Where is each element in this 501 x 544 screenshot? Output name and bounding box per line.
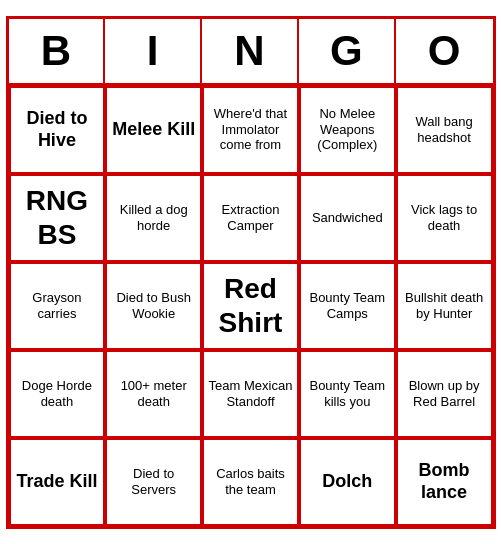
bingo-cell[interactable]: No Melee Weapons (Complex) — [299, 86, 396, 174]
bingo-cell[interactable]: Melee Kill — [105, 86, 202, 174]
bingo-cell[interactable]: Trade Kill — [9, 438, 106, 526]
bingo-cell[interactable]: Doge Horde death — [9, 350, 106, 438]
bingo-cell[interactable]: RNG BS — [9, 174, 106, 262]
bingo-cell[interactable]: Died to Servers — [105, 438, 202, 526]
bingo-cell[interactable]: Carlos baits the team — [202, 438, 299, 526]
bingo-cell[interactable]: Sandwiched — [299, 174, 396, 262]
letter-i: I — [105, 19, 202, 83]
bingo-cell[interactable]: Bounty Team kills you — [299, 350, 396, 438]
letter-n: N — [202, 19, 299, 83]
bingo-cell[interactable]: Bomb lance — [396, 438, 493, 526]
bingo-header: B I N G O — [9, 19, 493, 86]
bingo-grid: Died to HiveMelee KillWhere'd that Immol… — [9, 86, 493, 526]
bingo-cell[interactable]: Died to Bush Wookie — [105, 262, 202, 350]
bingo-card: B I N G O Died to HiveMelee KillWhere'd … — [6, 16, 496, 529]
bingo-cell[interactable]: Killed a dog horde — [105, 174, 202, 262]
bingo-cell[interactable]: Died to Hive — [9, 86, 106, 174]
bingo-cell[interactable]: Extraction Camper — [202, 174, 299, 262]
bingo-cell[interactable]: Dolch — [299, 438, 396, 526]
bingo-cell[interactable]: Where'd that Immolator come from — [202, 86, 299, 174]
bingo-cell[interactable]: Bounty Team Camps — [299, 262, 396, 350]
bingo-cell[interactable]: Vick lags to death — [396, 174, 493, 262]
bingo-cell[interactable]: Team Mexican Standoff — [202, 350, 299, 438]
bingo-cell[interactable]: Red Shirt — [202, 262, 299, 350]
letter-g: G — [299, 19, 396, 83]
bingo-cell[interactable]: Grayson carries — [9, 262, 106, 350]
letter-o: O — [396, 19, 493, 83]
bingo-cell[interactable]: Wall bang headshot — [396, 86, 493, 174]
bingo-cell[interactable]: Bullshit death by Hunter — [396, 262, 493, 350]
bingo-cell[interactable]: 100+ meter death — [105, 350, 202, 438]
letter-b: B — [9, 19, 106, 83]
bingo-cell[interactable]: Blown up by Red Barrel — [396, 350, 493, 438]
